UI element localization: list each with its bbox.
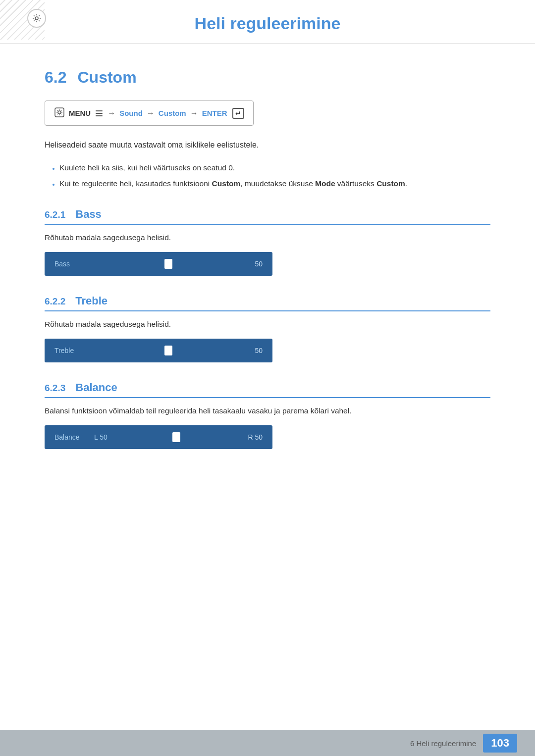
svg-point-2 (58, 111, 61, 114)
subsection-balance-header: 6.2.3 Balance (45, 381, 490, 398)
subsection-bass-desc: Rõhutab madala sagedusega helisid. (45, 232, 490, 244)
bass-slider-box[interactable]: Bass 50 (45, 252, 272, 276)
treble-slider-box[interactable]: Treble 50 (45, 339, 272, 362)
page-title: Heli reguleerimine (0, 0, 535, 44)
intro-text: Heliseadeid saate muuta vastavalt oma is… (45, 139, 490, 151)
subsection-bass: 6.2.1 Bass Rõhutab madala sagedusega hel… (45, 208, 490, 276)
subsection-balance-desc: Balansi funktsioon võimaldab teil regule… (45, 405, 490, 417)
bullet-list: Kuulete heli ka siis, kui heli väärtusek… (59, 161, 490, 191)
bullet-item-2: Kui te reguleerite heli, kasutades funkt… (59, 177, 490, 190)
menu-path: MENU → Sound → Custom → ENTER ↵ (45, 101, 254, 126)
page-footer: 6 Heli reguleerimine 103 (0, 730, 535, 756)
subsection-treble-header: 6.2.2 Treble (45, 295, 490, 311)
subsection-treble-title: Treble (75, 295, 107, 307)
arrow2: → (147, 109, 155, 118)
subsection-treble-desc: Rõhutab madala sagedusega helisid. (45, 318, 490, 331)
subsection-bass-title: Bass (75, 208, 102, 221)
balance-slider-thumb[interactable] (172, 432, 180, 442)
balance-slider-track[interactable] (110, 432, 243, 442)
subsection-balance-title: Balance (75, 381, 117, 394)
bass-slider-thumb[interactable] (164, 259, 172, 269)
highlight-custom2: Custom (376, 179, 405, 188)
menu-gear-icon (54, 107, 65, 119)
balance-left-value: L 50 (94, 433, 107, 441)
arrow1: → (107, 109, 115, 118)
svg-rect-1 (55, 108, 64, 117)
header-circle-icon (27, 9, 46, 28)
subsection-balance: 6.2.3 Balance Balansi funktsioon võimald… (45, 381, 490, 449)
footer-text: 6 Heli reguleerimine (410, 739, 476, 748)
balance-slider-box[interactable]: Balance L 50 R 50 (45, 425, 272, 449)
subsection-bass-number: 6.2.1 (45, 209, 65, 220)
sound-item: Sound (119, 109, 143, 117)
section-heading: 6.2 Custom (45, 68, 490, 87)
bass-slider-track[interactable] (94, 259, 243, 269)
subsection-balance-number: 6.2.3 (45, 383, 65, 394)
highlight-mode: Mode (315, 179, 335, 188)
treble-slider-label: Treble (54, 347, 94, 354)
svg-point-0 (35, 17, 38, 20)
section-number: 6.2 (45, 68, 66, 87)
arrow3: → (190, 109, 198, 118)
enter-icon: ↵ (232, 108, 244, 119)
bass-slider-label: Bass (54, 260, 94, 268)
treble-slider-thumb[interactable] (164, 346, 172, 355)
highlight-custom1: Custom (212, 179, 241, 188)
balance-slider-label: Balance (54, 433, 94, 441)
treble-slider-track[interactable] (94, 346, 243, 355)
menu-label: MENU (69, 109, 91, 117)
balance-right-value: R 50 (243, 433, 263, 441)
subsection-treble-number: 6.2.2 (45, 296, 65, 307)
enter-label: ENTER (202, 109, 227, 117)
bullet-item-1: Kuulete heli ka siis, kui heli väärtusek… (59, 161, 490, 174)
bass-slider-value: 50 (243, 260, 263, 268)
subsection-treble: 6.2.2 Treble Rõhutab madala sagedusega h… (45, 295, 490, 362)
custom-item: Custom (159, 109, 186, 117)
subsection-bass-header: 6.2.1 Bass (45, 208, 490, 225)
treble-slider-value: 50 (243, 347, 263, 354)
footer-page-number: 103 (483, 734, 517, 753)
bars-icon (96, 110, 103, 116)
section-title: Custom (77, 68, 136, 87)
